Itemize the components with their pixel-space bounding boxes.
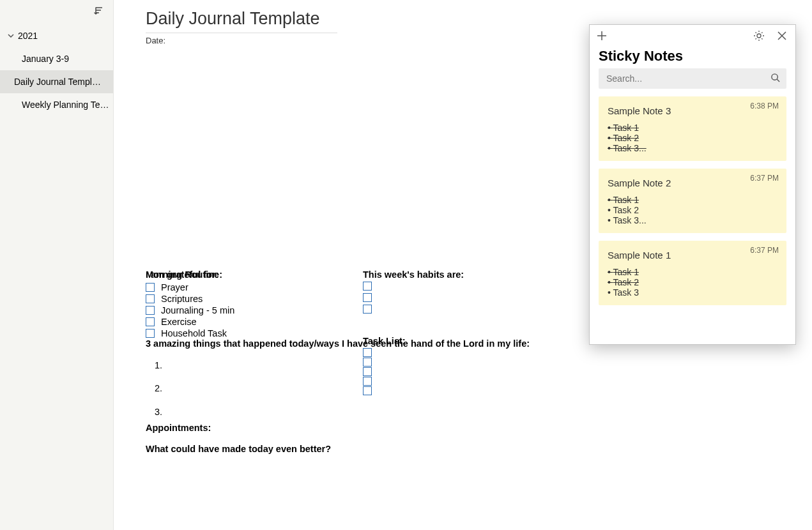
sort-icon[interactable] <box>94 6 104 19</box>
better-title: What could have made today even better? <box>146 443 812 455</box>
search-input[interactable] <box>605 73 770 84</box>
note-card[interactable]: 6:38 PMSample Note 3Task 1Task 2Task 3..… <box>599 96 786 161</box>
checklist-label: Prayer <box>161 282 188 293</box>
checkbox[interactable] <box>146 283 155 292</box>
morning-routine-title: Morning Routine: <box>146 269 350 280</box>
sidebar-item-label: January 3-9 <box>22 54 69 64</box>
note-time: 6:38 PM <box>750 102 779 110</box>
checkbox[interactable] <box>363 386 372 395</box>
search-icon <box>770 73 780 85</box>
note-task: Task 1 <box>608 123 778 133</box>
checkbox[interactable] <box>363 293 372 302</box>
gear-icon[interactable] <box>753 30 766 43</box>
checkbox[interactable] <box>363 282 372 291</box>
checkbox[interactable] <box>363 377 372 386</box>
tree-item-label: 2021 <box>18 31 38 41</box>
note-task: Task 1 <box>608 267 778 277</box>
checkbox[interactable] <box>146 306 155 315</box>
sidebar: 2021 January 3-9Daily Journal TemplateWe… <box>0 0 114 530</box>
sidebar-item[interactable]: January 3-9 <box>0 47 113 70</box>
svg-point-1 <box>772 73 778 79</box>
checkbox[interactable] <box>363 358 372 367</box>
new-note-button[interactable] <box>596 30 609 43</box>
appointments-title: Appointments: <box>146 422 350 434</box>
checkbox[interactable] <box>363 367 372 376</box>
checklist-label: Household Task <box>161 328 227 339</box>
checklist-row[interactable]: Household Task <box>146 328 350 339</box>
checklist-row[interactable]: Prayer <box>146 282 350 293</box>
note-time: 6:37 PM <box>750 174 779 183</box>
habits-title: This week's habits are: <box>363 269 555 280</box>
note-card[interactable]: 6:37 PMSample Note 2Task 1Task 2Task 3..… <box>599 169 786 233</box>
close-icon[interactable] <box>776 30 789 43</box>
search-box[interactable] <box>599 68 786 89</box>
checklist-label: Journaling - 5 min <box>161 305 234 316</box>
sidebar-item[interactable]: Weekly Planning Templ… <box>0 93 113 116</box>
checklist-label: Exercise <box>161 316 197 328</box>
checklist-label: Scriptures <box>161 293 203 305</box>
note-card[interactable]: 6:37 PMSample Note 1Task 1Task 2Task 3 <box>599 241 786 305</box>
sidebar-item-label: Daily Journal Template <box>14 77 103 87</box>
page-title[interactable]: Daily Journal Template <box>146 6 337 33</box>
note-task: Task 2 <box>608 277 778 287</box>
checkbox[interactable] <box>363 348 372 357</box>
sticky-title: Sticky Notes <box>590 48 795 68</box>
checklist-row[interactable]: Scriptures <box>146 293 350 305</box>
chevron-down-icon <box>8 31 15 41</box>
svg-point-0 <box>757 34 761 38</box>
checkbox[interactable] <box>146 329 155 338</box>
checkbox[interactable] <box>363 305 372 314</box>
note-task: Task 3... <box>608 215 778 225</box>
tree-item-year[interactable]: 2021 <box>0 24 113 47</box>
checklist-row[interactable]: Exercise <box>146 316 350 328</box>
tasklist-title: Task List: <box>363 335 555 347</box>
sidebar-item-label: Weekly Planning Templ… <box>22 100 111 110</box>
note-task: Task 3 <box>608 287 778 298</box>
sticky-notes-panel: Sticky Notes 6:38 PMSample Note 3Task 1T… <box>589 24 796 345</box>
checklist-row[interactable]: Journaling - 5 min <box>146 305 350 316</box>
checkbox[interactable] <box>146 294 155 303</box>
sidebar-item[interactable]: Daily Journal Template <box>0 70 113 93</box>
checkbox[interactable] <box>146 317 155 326</box>
note-task: Task 2 <box>608 133 778 143</box>
note-task: Task 2 <box>608 205 778 215</box>
note-task: Task 1 <box>608 195 778 205</box>
note-time: 6:37 PM <box>750 246 779 255</box>
note-task: Task 3... <box>608 143 778 153</box>
